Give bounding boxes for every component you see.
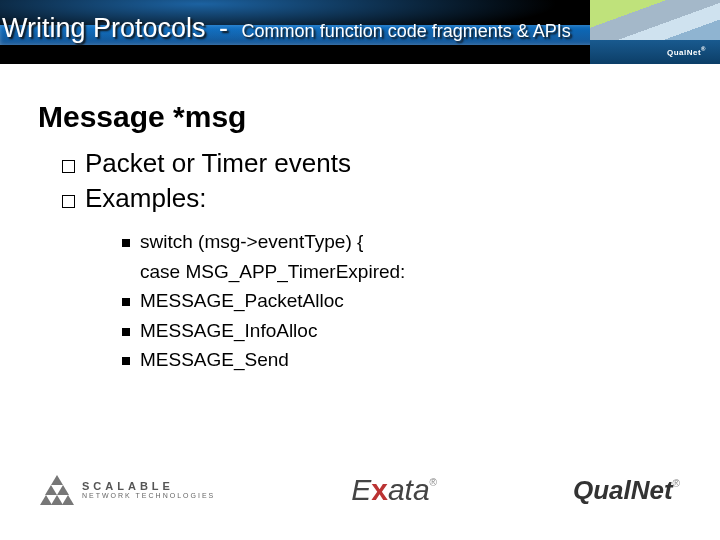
list-item: MESSAGE_Send xyxy=(122,346,690,374)
list-item-indented: case MSG_APP_TimerExpired: xyxy=(140,258,690,286)
square-bullet-icon xyxy=(122,239,130,247)
scalable-networks-logo: SCALABLE NETWORK TECHNOLOGIES xyxy=(40,475,215,505)
scalable-line1: SCALABLE xyxy=(82,481,215,492)
bullet-text: MESSAGE_PacketAlloc xyxy=(140,290,344,311)
slide: Writing Protocols - Common function code… xyxy=(0,0,720,540)
slide-title: Writing Protocols - Common function code… xyxy=(2,13,571,44)
list-item: switch (msg->eventType) { xyxy=(122,228,690,256)
square-bullet-icon xyxy=(122,328,130,336)
bullet-text: switch (msg->eventType) { xyxy=(140,231,363,252)
qualnet-logo: QualNet® xyxy=(573,475,680,506)
bullet-text: Packet or Timer events xyxy=(85,148,351,178)
square-bullet-icon xyxy=(62,160,75,173)
registered-icon: ® xyxy=(430,477,437,488)
exata-logo: Exata® xyxy=(351,473,437,507)
bullet-level2-group: switch (msg->eventType) { case MSG_APP_T… xyxy=(122,228,690,374)
triangle-stack-icon xyxy=(40,475,74,505)
exata-pre: E xyxy=(351,473,371,506)
corner-qualnet-logo: QualNet® xyxy=(667,46,706,57)
list-item: MESSAGE_PacketAlloc xyxy=(122,287,690,315)
corner-logo-text: QualNet xyxy=(667,48,701,57)
title-subtitle: Common function code fragments & APIs xyxy=(242,21,571,41)
bullet-text: Examples: xyxy=(85,183,206,213)
registered-icon: ® xyxy=(673,478,680,489)
bullet-level1-group: Packet or Timer events Examples: xyxy=(62,146,690,216)
qualnet-text: QualNet xyxy=(573,475,673,505)
list-item: Examples: xyxy=(62,181,690,216)
square-bullet-icon xyxy=(62,195,75,208)
bullet-text: MESSAGE_Send xyxy=(140,349,289,370)
scalable-line2: NETWORK TECHNOLOGIES xyxy=(82,492,215,499)
exata-post: ata xyxy=(388,473,430,506)
scalable-logo-text: SCALABLE NETWORK TECHNOLOGIES xyxy=(82,481,215,499)
list-item: MESSAGE_InfoAlloc xyxy=(122,317,690,345)
footer-logos: SCALABLE NETWORK TECHNOLOGIES Exata® Qua… xyxy=(40,466,680,514)
registered-icon: ® xyxy=(701,46,706,52)
square-bullet-icon xyxy=(122,357,130,365)
square-bullet-icon xyxy=(122,298,130,306)
title-separator: - xyxy=(213,13,234,43)
exata-x: x xyxy=(371,473,388,506)
body-heading: Message *msg xyxy=(38,100,690,134)
bullet-text: case MSG_APP_TimerExpired: xyxy=(140,261,405,282)
title-main: Writing Protocols xyxy=(2,13,206,43)
bullet-text: MESSAGE_InfoAlloc xyxy=(140,320,317,341)
slide-body: Message *msg Packet or Timer events Exam… xyxy=(38,100,690,376)
list-item: Packet or Timer events xyxy=(62,146,690,181)
slide-header: Writing Protocols - Common function code… xyxy=(0,0,720,64)
